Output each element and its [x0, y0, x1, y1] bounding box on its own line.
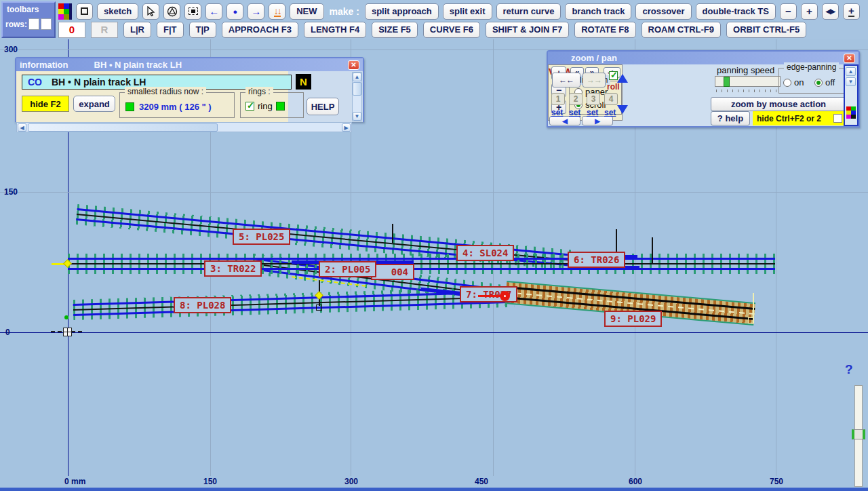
page-outline-icon[interactable] [76, 3, 93, 20]
panning-speed-label: panning speed [717, 65, 774, 75]
rows-1-button[interactable]: 1 [28, 18, 39, 30]
panel-side-strip: ▲ ▼ [844, 64, 859, 126]
expand-button[interactable]: expand [73, 96, 115, 112]
canvas-zoom-slider-thumb[interactable] [852, 429, 865, 439]
track-label-pl028[interactable]: 8: PL028 [174, 297, 231, 313]
set-view-1-link[interactable]: set [551, 108, 563, 117]
split-approach-button[interactable]: split approach [365, 3, 439, 20]
hide-panel-strip[interactable]: hide Ctrl+F2 or 2 [753, 111, 846, 125]
set-view-4-link[interactable]: set [604, 108, 616, 117]
scroll-down-icon[interactable]: ▼ [846, 77, 856, 86]
hide-f2-button[interactable]: hide F2 [22, 96, 69, 112]
curve-f6-button[interactable]: CURVE F6 [423, 22, 480, 38]
lr-button[interactable]: L|R [123, 22, 151, 38]
split-exit-button[interactable]: split exit [443, 3, 492, 20]
roam-ctrl-f9-button[interactable]: ROAM CTRL-F9 [642, 22, 722, 38]
double-track-ts-button[interactable]: double-track TS [696, 3, 776, 20]
toolbars-mini-panel: toolbars rows: 1 2 [1, 1, 56, 38]
ring-checkbox[interactable] [245, 102, 254, 111]
help-button[interactable]: ? help [711, 111, 750, 125]
pan-down-icon[interactable] [617, 105, 628, 114]
ruler-x-750: 750 [770, 477, 783, 486]
panning-speed-slider[interactable] [715, 76, 781, 87]
view-3-button: 3 [587, 93, 600, 105]
smallest-radius-group: smallest radius now : 3209 mm ( 126 " ) [119, 92, 235, 118]
ruler-y-0: 0 [5, 328, 10, 337]
rotate-f8-button[interactable]: ROTATE F8 [574, 22, 635, 38]
origin-square-marker[interactable] [63, 328, 72, 336]
pan-right-button[interactable]: ▶ [582, 116, 613, 125]
view-back-button[interactable]: ←← [552, 73, 580, 87]
info-hscrollbar[interactable]: ◀ ▶ [16, 122, 352, 132]
scroll-right-icon[interactable]: ▶ [342, 123, 351, 132]
canvas-zoom-slider[interactable] [854, 385, 863, 487]
ruler-x-0mm: 0 mm [64, 477, 85, 486]
size-f5-button[interactable]: SIZE F5 [372, 22, 418, 38]
rows-2-button[interactable]: 2 [41, 18, 52, 30]
colour-palette-icon[interactable] [846, 106, 856, 119]
close-icon[interactable]: ✕ [348, 60, 359, 70]
ruler-y-300: 300 [4, 45, 18, 54]
help-question-mark[interactable]: ? [845, 362, 853, 377]
tp-button[interactable]: T|P [189, 22, 216, 38]
centre-dot-icon[interactable]: ● [226, 3, 243, 20]
track-label-pl029[interactable]: 9: PL029 [604, 311, 662, 327]
zoom-out-button[interactable]: − [780, 3, 797, 20]
shift-right-icon[interactable]: → [248, 3, 264, 20]
add-template-button[interactable]: + [843, 3, 860, 20]
info-hscroll-thumb[interactable] [28, 123, 218, 132]
track-label-tr022[interactable]: 3: TR022 [204, 260, 262, 277]
r-readout: R [91, 22, 118, 38]
track-label-pl005[interactable]: 2: PL005 [319, 261, 376, 277]
fit-width-button[interactable]: ◀▶ [822, 3, 839, 20]
ruler-x-150: 150 [203, 477, 217, 486]
edge-panning-off-radio[interactable] [814, 79, 823, 87]
scroll-down-icon[interactable]: ▼ [353, 112, 361, 121]
ring-colour-swatch[interactable] [276, 102, 285, 111]
orbit-ctrl-f5-button[interactable]: ORBIT CTRL-F5 [726, 22, 806, 38]
pointer-icon[interactable] [142, 3, 159, 20]
edge-panning-on-radio[interactable] [783, 79, 791, 87]
store-download-icon[interactable]: ↓↓ [269, 3, 285, 20]
templot-window: 300 150 0 0 mm 150 300 450 600 750 004 5… [0, 0, 868, 491]
template-gauge-icon[interactable] [163, 3, 180, 20]
track-mainline[interactable] [68, 254, 775, 274]
track-label-pl025[interactable]: 5: PL025 [233, 229, 290, 245]
hide-checkbox[interactable] [833, 114, 842, 123]
crossover-button[interactable]: crossover [635, 3, 691, 20]
set-view-2-link[interactable]: set [569, 108, 580, 117]
zoom-by-mouse-action-button[interactable]: zoom by mouse action [711, 97, 846, 111]
roll-checkbox[interactable] [609, 71, 618, 80]
info-vscrollbar[interactable]: ▲ ▼ [352, 72, 362, 121]
info-vscroll-thumb[interactable] [353, 82, 361, 96]
new-button[interactable]: NEW [290, 3, 323, 20]
sketch-button[interactable]: sketch [97, 3, 138, 20]
shift-left-icon[interactable]: ← [205, 3, 222, 20]
peg-red-dot[interactable] [500, 291, 510, 301]
track-label-sl024[interactable]: 4: SL024 [456, 245, 514, 261]
return-curve-button[interactable]: return curve [496, 3, 561, 20]
pan-left-button[interactable]: ◀ [549, 116, 580, 125]
colour-palette-icon[interactable] [58, 3, 72, 20]
view-2-button: 2 [569, 93, 583, 105]
branch-track-button[interactable]: branch track [565, 3, 631, 20]
length-f4-button[interactable]: LENGTH F4 [304, 22, 366, 38]
scroll-left-icon[interactable]: ◀ [18, 123, 26, 132]
help-button[interactable]: HELP [307, 98, 339, 115]
information-panel-titlebar[interactable]: information BH • N plain track LH ✕ [16, 58, 363, 71]
panning-speed-thumb[interactable] [724, 77, 730, 87]
shift-join-f7-button[interactable]: SHIFT & JOIN F7 [486, 22, 569, 38]
scroll-up-icon[interactable]: ▲ [353, 73, 361, 81]
zero-readout[interactable]: 0 [58, 22, 85, 38]
ft-button[interactable]: F|T [157, 22, 184, 38]
ruler-y-150: 150 [4, 187, 18, 197]
group-select-icon[interactable] [184, 3, 201, 20]
set-view-3-link[interactable]: set [587, 108, 598, 117]
close-icon[interactable]: ✕ [844, 54, 855, 63]
information-panel: information BH • N plain track LH ✕ CO B… [15, 57, 364, 122]
scroll-up-icon[interactable]: ▲ [846, 67, 856, 76]
zoom-in-button[interactable]: + [801, 3, 818, 20]
track-label-partial[interactable]: 004 [371, 264, 414, 280]
track-label-tr026[interactable]: 6: TR026 [568, 252, 625, 268]
approach-f3-button[interactable]: APPROACH F3 [222, 22, 298, 38]
